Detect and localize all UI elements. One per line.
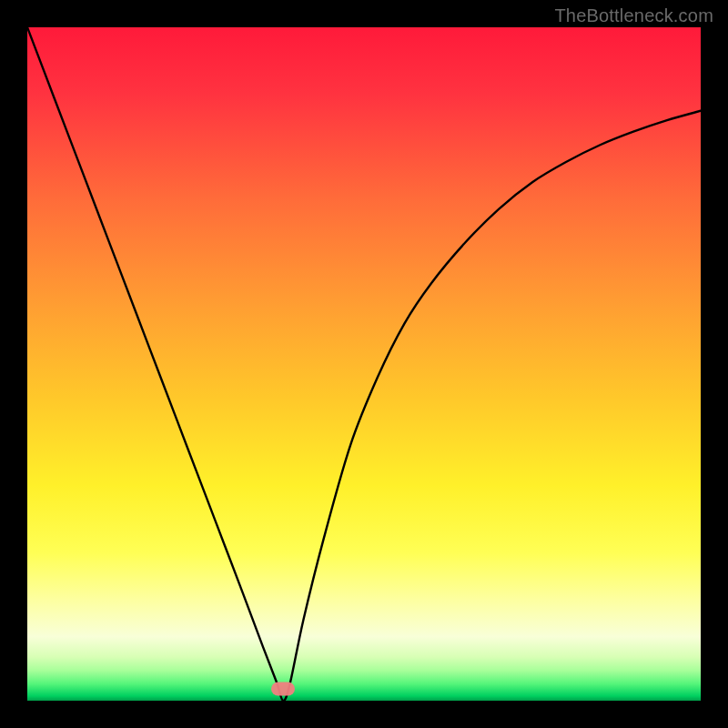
chart-frame: TheBottleneck.com — [0, 0, 728, 728]
plot-area — [27, 27, 701, 701]
watermark-label: TheBottleneck.com — [554, 5, 713, 26]
optimal-point-marker — [271, 682, 295, 696]
bottleneck-curve — [27, 27, 701, 701]
